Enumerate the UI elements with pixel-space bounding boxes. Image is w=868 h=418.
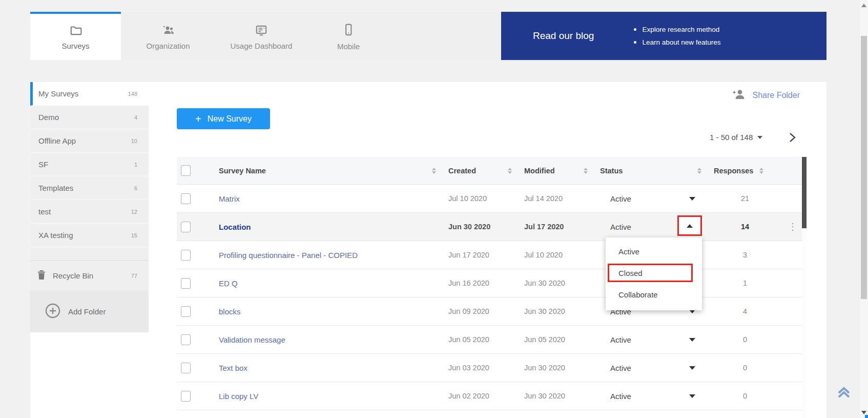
row-checkbox-cell — [177, 297, 210, 325]
sort-icon[interactable] — [697, 168, 701, 174]
row-checkbox[interactable] — [181, 193, 191, 204]
row-checkbox-cell — [177, 382, 210, 410]
sidebar-folder-item[interactable]: test 12 — [30, 200, 149, 224]
status-cell: Active — [593, 326, 707, 353]
top-navigation: Surveys Organization Usage Dashboard Mob… — [30, 12, 826, 60]
created-date: Jun 09 2020 — [441, 297, 517, 325]
sidebar-item-recycle-bin[interactable]: Recycle Bin 77 — [30, 260, 149, 291]
banner-bullet-list: Explore research method Learn about new … — [634, 23, 720, 49]
row-checkbox[interactable] — [181, 222, 191, 232]
row-checkbox[interactable] — [181, 306, 191, 317]
modified-date: Jun 30 2020 — [517, 297, 593, 325]
survey-name-link[interactable]: Validation message — [210, 326, 441, 353]
table-row: Validation message Jun 05 2020 Jun 05 20… — [177, 326, 802, 354]
column-header-survey-name[interactable]: Survey Name — [210, 157, 441, 184]
status-option-collaborate[interactable]: Collaborate — [606, 284, 702, 305]
folder-label: test — [38, 207, 131, 216]
status-caret-icon[interactable] — [689, 338, 695, 342]
created-date: Jun 16 2020 — [441, 269, 517, 297]
scrollbar-up-arrow[interactable] — [861, 4, 866, 7]
add-folder-button[interactable]: Add Folder — [30, 291, 149, 332]
row-checkbox[interactable] — [181, 363, 191, 373]
table-row: Text box Jun 03 2020 Jun 30 2020 Active … — [177, 354, 802, 382]
sort-icon[interactable] — [508, 168, 512, 174]
chevron-down-icon — [757, 136, 762, 139]
content-panel: My Surveys 148 Demo 4 Offline App 10 SF … — [30, 82, 826, 418]
row-checkbox[interactable] — [181, 334, 191, 345]
sidebar-folder-item[interactable]: SF 1 — [30, 153, 149, 176]
banner-bullet: Explore research method — [634, 23, 720, 36]
sort-icon[interactable] — [759, 168, 763, 174]
table-row: ED Q Jun 16 2020 Jun 30 2020 Active 1 ⋮ — [177, 269, 802, 297]
modified-date: Jun 30 2020 — [517, 269, 593, 297]
tab-label: Surveys — [61, 42, 89, 50]
sidebar-folder-item[interactable]: Templates 6 — [30, 176, 149, 200]
column-label: Modified — [524, 167, 555, 175]
status-caret-open-icon[interactable] — [687, 224, 693, 228]
sidebar-folder-item[interactable]: My Surveys 148 — [30, 82, 149, 106]
row-checkbox[interactable] — [181, 391, 191, 402]
scrollbar-down-arrow[interactable] — [861, 411, 866, 414]
column-header-responses[interactable]: Responses — [707, 157, 783, 184]
banner-title: Read our blog — [533, 30, 594, 42]
table-row: Profiling questionnaire - Panel - COPIED… — [177, 241, 802, 269]
app-window: Surveys Organization Usage Dashboard Mob… — [0, 0, 868, 418]
survey-name-link[interactable]: Location — [210, 213, 441, 241]
status-caret-icon[interactable] — [689, 197, 695, 201]
sidebar-folder-item[interactable]: Demo 4 — [30, 106, 149, 129]
modified-date: Jul 17 2020 — [517, 213, 593, 241]
next-page-button[interactable] — [786, 131, 798, 144]
survey-name-link[interactable]: Profiling questionnaire - Panel - COPIED — [210, 241, 441, 269]
new-survey-button[interactable]: + New Survey — [177, 108, 270, 129]
column-header-status[interactable]: Status — [593, 157, 707, 184]
select-all-checkbox[interactable] — [181, 165, 191, 176]
created-date: Jun 02 2020 — [441, 382, 517, 410]
table-scrollbar-thumb[interactable] — [802, 157, 807, 228]
survey-name-link[interactable]: Matrix — [210, 185, 441, 212]
sidebar-folder-item[interactable]: XA testing 15 — [30, 224, 149, 247]
scroll-to-top-button[interactable] — [834, 382, 854, 401]
column-header-modified[interactable]: Modified — [517, 157, 593, 184]
sort-icon[interactable] — [432, 168, 436, 174]
row-checkbox[interactable] — [181, 278, 191, 289]
page-scrollbar — [859, 0, 868, 418]
sort-icon[interactable] — [584, 168, 588, 174]
folder-count: 148 — [128, 91, 137, 97]
status-value: Active — [610, 364, 631, 372]
responses-count: 21 — [707, 185, 783, 212]
survey-name-link[interactable]: ED Q — [210, 269, 441, 297]
header-checkbox-cell — [177, 157, 210, 184]
annotation-box-closed-option — [608, 264, 693, 282]
tab-mobile[interactable]: Mobile — [307, 12, 389, 60]
header-actions-cell — [783, 157, 802, 184]
status-caret-icon[interactable] — [689, 366, 695, 370]
status-cell: Active — [593, 382, 707, 410]
column-header-created[interactable]: Created — [441, 157, 517, 184]
tab-surveys[interactable]: Surveys — [30, 12, 121, 60]
surveys-table: Survey Name Created Modified Status Resp… — [177, 157, 802, 418]
responses-count: 1 — [707, 269, 783, 297]
table-row-partial — [177, 410, 802, 418]
share-folder-button[interactable]: Share Folder — [731, 88, 800, 103]
status-caret-icon[interactable] — [689, 394, 695, 398]
tab-organization[interactable]: Organization — [121, 12, 215, 60]
status-option-active[interactable]: Active — [606, 241, 702, 262]
mobile-icon — [342, 23, 355, 37]
folders-sidebar: My Surveys 148 Demo 4 Offline App 10 SF … — [30, 82, 149, 418]
survey-name-link[interactable]: Text box — [210, 354, 441, 382]
kebab-menu-icon[interactable]: ⋮ — [783, 213, 802, 241]
survey-name-link[interactable]: Lib copy LV — [210, 382, 441, 410]
pagination-dropdown[interactable]: 1 - 50 of 148 — [710, 133, 762, 142]
responses-count: 0 — [707, 382, 783, 410]
sidebar-folder-item[interactable]: Offline App 10 — [30, 129, 149, 153]
survey-name-link[interactable]: blocks — [210, 297, 441, 325]
page-scrollbar-thumb[interactable] — [861, 36, 867, 299]
folder-label: Offline App — [38, 136, 131, 145]
share-folder-label: Share Folder — [753, 91, 800, 100]
column-label: Created — [448, 167, 476, 175]
sidebar-filler — [30, 247, 149, 260]
blog-banner[interactable]: Read our blog Explore research method Le… — [501, 12, 826, 60]
row-checkbox[interactable] — [181, 250, 191, 261]
tab-usage-dashboard[interactable]: Usage Dashboard — [215, 12, 307, 60]
modified-date: Jun 05 2020 — [517, 326, 593, 353]
